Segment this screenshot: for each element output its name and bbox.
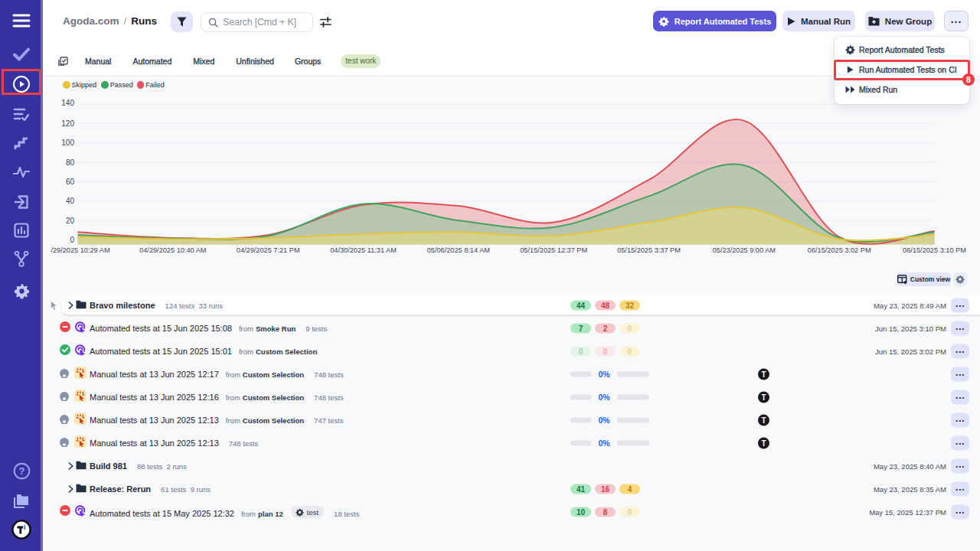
svg-text:05/06/2025 8:14 AM: 05/06/2025 8:14 AM: [427, 246, 490, 254]
svg-text:100: 100: [61, 139, 74, 147]
svg-text:80: 80: [66, 158, 75, 167]
svg-text:120: 120: [61, 119, 74, 128]
svg-text:140: 140: [61, 99, 74, 107]
svg-text:06/15/2025 3:10 PM: 06/15/2025 3:10 PM: [903, 246, 966, 254]
svg-text:05/23/2025 9:00 AM: 05/23/2025 9:00 AM: [713, 246, 776, 254]
svg-text:06/15/2025 3:02 PM: 06/15/2025 3:02 PM: [808, 246, 871, 254]
svg-text:0: 0: [70, 236, 74, 244]
svg-text:60: 60: [66, 178, 75, 186]
svg-text:04/30/2025 11:31 AM: 04/30/2025 11:31 AM: [330, 246, 397, 254]
svg-text:05/15/2025 12:37 PM: 05/15/2025 12:37 PM: [520, 246, 587, 254]
svg-text:/29/2025 10:29 AM: /29/2025 10:29 AM: [51, 246, 109, 254]
svg-text:20: 20: [66, 217, 75, 225]
svg-text:04/29/2025 7:21 PM: 04/29/2025 7:21 PM: [237, 246, 300, 254]
svg-text:05/15/2025 3:37 PM: 05/15/2025 3:37 PM: [617, 246, 681, 254]
svg-text:04/29/2025 10:40 AM: 04/29/2025 10:40 AM: [139, 246, 206, 254]
svg-text:?: ?: [18, 465, 24, 477]
svg-text:40: 40: [66, 197, 75, 205]
